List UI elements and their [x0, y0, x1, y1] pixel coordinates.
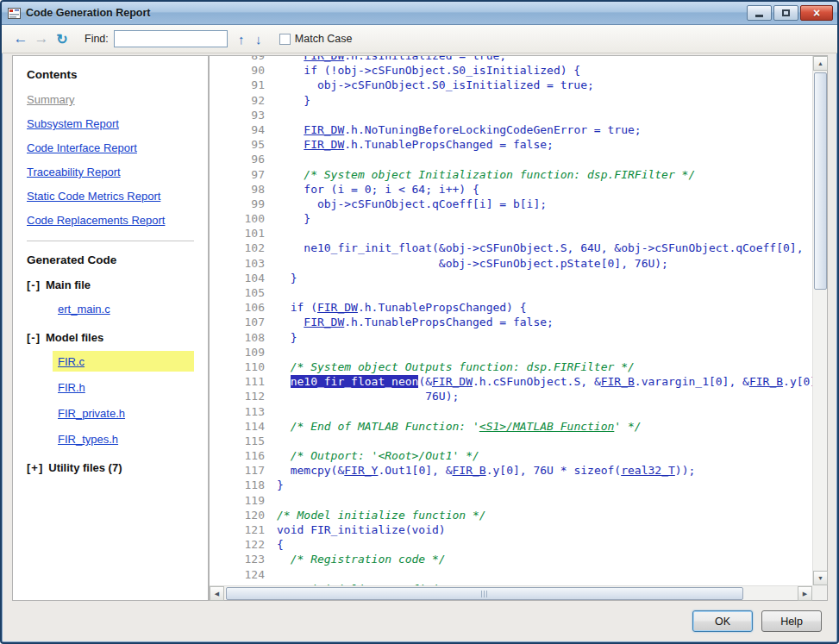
find-input[interactable] [114, 30, 228, 47]
find-previous-button[interactable]: ↑ [228, 29, 248, 48]
tree-toggle[interactable]: [-] [27, 278, 41, 291]
scroll-right-button[interactable]: ▶ [798, 586, 812, 601]
sidebar-link-subsystem-report[interactable]: Subsystem Report [27, 117, 119, 130]
match-case-checkbox[interactable] [279, 34, 291, 45]
code-link[interactable]: FIR_B [601, 375, 635, 388]
code-line: 114 /* End of MATLAB Function: '<S1>/MAT… [210, 419, 812, 434]
title-bar[interactable]: Code Generation Report × [2, 2, 837, 25]
vertical-scrollbar-thumb[interactable] [814, 72, 827, 290]
maximize-icon [782, 9, 790, 16]
code-segment: } [277, 331, 297, 344]
horizontal-scrollbar[interactable]: ◀ ▶ [210, 585, 812, 600]
line-number: 97 [210, 167, 277, 182]
code-text: obj->cSFunObject.S0_isInitialized = true… [277, 78, 594, 92]
code-line: 117 memcpy(&FIR_Y.Out1[0], &FIR_B.y[0], … [210, 463, 812, 478]
code-link[interactable]: FIR_B [749, 375, 783, 388]
code-segment: memcpy(& [277, 464, 344, 477]
sidebar-link-summary[interactable]: Summary [27, 93, 75, 106]
code-line: 99 obj->cSFunObject.qCoeff[i] = b[i]; [210, 197, 812, 211]
line-number: 103 [210, 256, 277, 271]
code-segment: obj->cSFunObject.S0_isInitialized = true… [277, 78, 594, 91]
line-number: 92 [210, 93, 277, 108]
line-number: 107 [210, 315, 277, 329]
sidebar-link-code-replacements-report[interactable]: Code Replacements Report [27, 214, 165, 227]
file-link-FIR_private.h[interactable]: FIR_private.h [58, 407, 125, 420]
code-link[interactable]: FIR_DW [304, 138, 344, 151]
line-number: 99 [210, 197, 277, 211]
code-text: { [277, 537, 284, 552]
highlighted-token[interactable]: ne10_fir_float_neon [291, 375, 419, 388]
code-pane: 89 FIR_DW.h.isInitialized = true;90 if (… [209, 55, 828, 601]
tree-group: [-]Main file [27, 278, 199, 291]
sidebar-link-traceability-report[interactable]: Traceability Report [27, 166, 121, 178]
code-text: } [277, 271, 297, 285]
close-button[interactable]: × [800, 5, 833, 21]
file-link-ert_main.c[interactable]: ert_main.c [58, 303, 110, 316]
ok-button[interactable]: OK [692, 610, 753, 632]
code-segment [277, 138, 304, 151]
code-text: FIR_DW.h.isInitialized = true; [277, 56, 506, 63]
refresh-button[interactable]: ↻ [52, 29, 72, 48]
code-link[interactable]: FIR_DW [304, 56, 344, 62]
report-links: SummarySubsystem ReportCode Interface Re… [27, 93, 199, 238]
line-number: 122 [210, 537, 277, 552]
code-segment: for (i = 0; i < 64; i++) { [277, 183, 479, 196]
file-row: FIR.c [53, 351, 194, 372]
code-text: memcpy(&FIR_Y.Out1[0], &FIR_B.y[0], 76U … [277, 463, 695, 478]
code-segment: } [277, 478, 284, 491]
code-link[interactable]: FIR_DW [317, 301, 358, 314]
code-link[interactable]: FIR_DW [432, 375, 473, 388]
code-line: 113 [210, 404, 812, 419]
code-text: obj->cSFunObject.qCoeff[i] = b[i]; [277, 197, 547, 211]
tree-group-label: Model files [46, 331, 103, 344]
minimize-button[interactable] [747, 5, 772, 21]
code-link[interactable]: FIR_DW [304, 316, 344, 328]
content-area: Contents SummarySubsystem ReportCode Int… [2, 53, 837, 604]
scroll-left-button[interactable]: ◀ [210, 586, 224, 601]
line-number: 115 [210, 434, 277, 448]
line-number: 105 [210, 285, 277, 300]
code-segment [277, 56, 304, 62]
sidebar-divider [27, 241, 194, 241]
tree-toggle[interactable]: [-] [27, 331, 41, 344]
code-text: } [277, 478, 284, 492]
match-case-label: Match Case [295, 33, 353, 45]
scroll-up-button[interactable]: ▲ [813, 56, 828, 71]
file-link-FIR_types.h[interactable]: FIR_types.h [58, 433, 118, 446]
help-button[interactable]: Help [761, 610, 822, 632]
code-line: 96 [210, 152, 812, 166]
code-link[interactable]: <S1>/MATLAB Function [479, 420, 615, 433]
code-segment: .h.NoTuningBeforeLockingCodeGenError = t… [344, 123, 641, 136]
code-text: /* System object Outputs function: dsp.F… [277, 360, 635, 374]
forward-button[interactable]: → [31, 29, 52, 48]
horizontal-scrollbar-thumb[interactable] [226, 587, 743, 600]
code-segment: .h.isInitialized = true; [344, 56, 506, 62]
window-title: Code Generation Report [26, 7, 150, 19]
code-link[interactable]: real32_T [621, 464, 675, 477]
back-button[interactable]: ← [10, 29, 31, 48]
code-line: 97 /* System object Initialization funct… [210, 167, 812, 182]
code-link[interactable]: FIR_DW [304, 123, 344, 136]
code-link[interactable]: FIR_B [453, 464, 486, 477]
find-next-button[interactable]: ↓ [248, 29, 269, 48]
code-link[interactable]: FIR_Y [344, 464, 378, 477]
code-text: 76U); [277, 389, 459, 403]
code-text: if (FIR_DW.h.TunablePropsChanged) { [277, 300, 527, 315]
maximize-button[interactable] [773, 5, 798, 21]
scroll-down-button[interactable]: ▼ [813, 571, 828, 585]
tree-group-label: Utility files (7) [48, 461, 122, 474]
tree-toggle[interactable]: [+] [27, 461, 43, 474]
sidebar-link-code-interface-report[interactable]: Code Interface Report [27, 141, 137, 154]
code-text: /* End of MATLAB Function: '<S1>/MATLAB … [277, 419, 642, 434]
vertical-scrollbar[interactable]: ▲ ▼ [812, 56, 827, 585]
file-link-FIR.h[interactable]: FIR.h [58, 381, 85, 394]
footer-bar: OK Help [2, 604, 837, 642]
line-number: 111 [210, 374, 277, 389]
code-line: 106 if (FIR_DW.h.TunablePropsChanged) { [210, 300, 812, 315]
code-view: 89 FIR_DW.h.isInitialized = true;90 if (… [210, 56, 812, 585]
file-link-FIR.c[interactable]: FIR.c [58, 355, 85, 368]
code-line: 93 [210, 108, 812, 122]
sidebar-link-static-code-metrics-report[interactable]: Static Code Metrics Report [27, 190, 160, 203]
refresh-icon: ↻ [56, 31, 67, 47]
code-segment: void FIR_initialize(void) [277, 523, 446, 536]
